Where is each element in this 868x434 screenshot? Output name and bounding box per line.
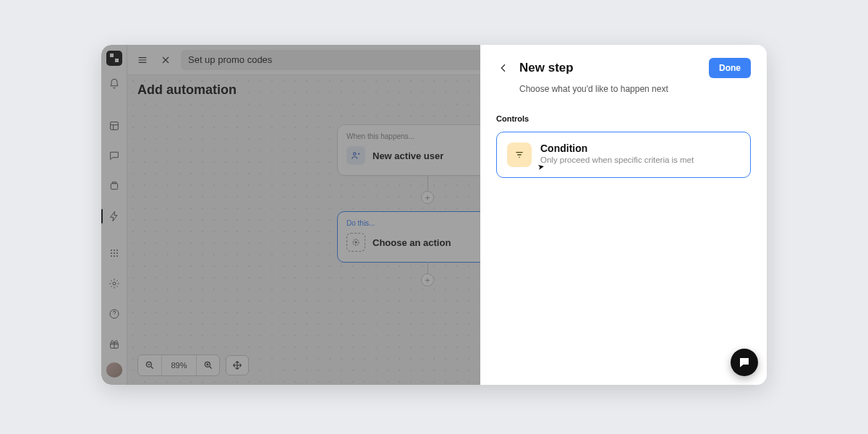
add-step-button-2[interactable]: ＋ (421, 273, 434, 286)
menu-button[interactable] (135, 52, 150, 68)
zoom-level[interactable]: 89% (161, 355, 196, 375)
nav-collections[interactable] (101, 174, 127, 197)
action-value: Choose an action (373, 237, 451, 248)
close-button[interactable] (158, 52, 174, 68)
svg-point-8 (113, 252, 114, 254)
zoom-toolbar: 89% (137, 354, 249, 376)
placeholder-action-icon (346, 233, 365, 252)
help-chat-button[interactable] (731, 349, 758, 376)
svg-point-10 (110, 255, 111, 257)
option-condition[interactable]: Condition Only proceed when specific cri… (496, 132, 751, 178)
svg-rect-3 (111, 184, 117, 190)
user-plus-icon (346, 146, 365, 165)
left-sidebar (101, 45, 127, 385)
nav-notifications[interactable] (101, 73, 127, 96)
svg-point-16 (354, 153, 357, 156)
svg-rect-0 (110, 54, 114, 57)
nav-automations[interactable] (101, 205, 127, 228)
add-step-button[interactable]: ＋ (421, 191, 434, 204)
user-avatar[interactable] (106, 362, 122, 378)
app-window: Set up promo codes Paused Add automation… (101, 45, 767, 385)
nav-help[interactable] (101, 302, 127, 326)
svg-point-4 (110, 250, 111, 251)
panel-section-label: Controls (496, 114, 751, 123)
done-button[interactable]: Done (709, 58, 751, 78)
panel-subtitle: Choose what you'd like to happen next (519, 84, 751, 94)
filter-icon (507, 142, 532, 167)
svg-point-6 (116, 250, 117, 251)
svg-point-18 (355, 242, 357, 243)
back-button[interactable] (496, 61, 511, 75)
page-title: Set up promo codes (188, 54, 272, 65)
pan-button[interactable] (226, 355, 249, 375)
trigger-value: New active user (373, 150, 443, 161)
svg-point-13 (113, 282, 116, 285)
nav-layout[interactable] (101, 114, 127, 137)
option-description: Only proceed when specific criteria is m… (540, 156, 694, 164)
svg-rect-1 (115, 59, 119, 62)
panel-title: New step (519, 61, 574, 75)
page-heading: Add automation (137, 82, 237, 98)
svg-rect-2 (110, 122, 118, 129)
svg-point-5 (113, 250, 114, 251)
nav-comments[interactable] (101, 145, 127, 168)
svg-point-11 (113, 255, 114, 257)
option-title: Condition (540, 142, 694, 154)
svg-point-12 (116, 255, 117, 257)
new-step-panel: New step Done Choose what you'd like to … (480, 45, 767, 385)
app-logo[interactable] (106, 51, 122, 66)
svg-point-9 (116, 252, 117, 254)
svg-point-7 (110, 252, 111, 254)
nav-settings[interactable] (101, 272, 127, 295)
zoom-in-button[interactable] (196, 355, 219, 375)
svg-point-17 (353, 239, 359, 245)
nav-apps[interactable] (101, 242, 127, 265)
nav-gifts[interactable] (101, 333, 127, 356)
zoom-out-button[interactable] (138, 355, 161, 375)
